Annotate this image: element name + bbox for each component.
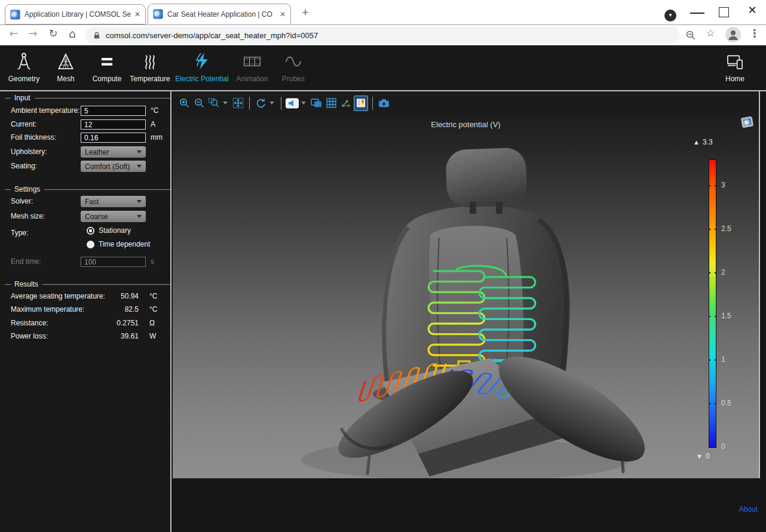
browser-navbar: ← → ↻ ⌂ comsol.com/server-demo/app/car_s… (0, 25, 766, 45)
result-label: Maximum temperature: (11, 305, 84, 313)
app-ribbon: Geometry Mesh Compute (0, 45, 766, 91)
ribbon-label: Temperature (130, 75, 170, 83)
scene-settings-button[interactable] (309, 96, 323, 111)
ribbon-button-home[interactable]: Home (702, 51, 766, 84)
field-label: Seating: (11, 162, 37, 170)
color-legend-button[interactable] (354, 96, 368, 111)
tab-close-icon[interactable]: ✕ (280, 10, 286, 19)
seating-dropdown[interactable]: Comfort (Soft) (81, 161, 146, 172)
browser-tab-application-library[interactable]: Application Library | COMSOL Se ✕ (5, 4, 146, 24)
chevron-down-icon (137, 200, 142, 203)
solver-dropdown[interactable]: Fast (81, 196, 146, 207)
group-title-settings: Settings (5, 185, 170, 193)
tab-search-button[interactable]: ▼ (664, 10, 676, 21)
car-seat-3d-render (173, 115, 759, 478)
radio-label: Stationary (99, 226, 131, 235)
reset-view-button[interactable] (253, 96, 268, 111)
address-bar[interactable]: comsol.com/server-demo/app/car_seat_heat… (85, 27, 680, 44)
reload-icon[interactable]: ↻ (45, 27, 61, 39)
default-view-button[interactable] (285, 96, 299, 111)
chevron-down-icon[interactable] (269, 102, 274, 104)
chevron-down-icon[interactable] (301, 102, 306, 104)
colorbar-min-marker: ▼0 (696, 452, 710, 460)
toolbar-separator (372, 97, 373, 110)
result-value: 50.94 (81, 292, 139, 300)
foil-thickness-input[interactable] (81, 133, 146, 143)
bookmark-star-icon[interactable]: ☆ (703, 27, 718, 39)
chevron-down-icon (137, 215, 142, 218)
radio-time-dependent[interactable]: Time dependent (87, 240, 150, 248)
plot-title: Electric potential (V) (173, 120, 759, 129)
result-value: 39.61 (81, 332, 139, 340)
dropdown-value: Fast (85, 198, 99, 206)
upholstery-dropdown[interactable]: Leather (81, 146, 146, 158)
browser-menu-icon[interactable]: ⋮ (747, 27, 762, 39)
browser-tab-car-seat-heater[interactable]: Car Seat Heater Application | CO ✕ (148, 4, 291, 24)
home-devices-icon (702, 51, 766, 73)
tab-title: Application Library | COMSOL Se (24, 10, 131, 19)
field-label: Upholstery: (11, 147, 47, 156)
field-unit: °C (151, 106, 158, 115)
zoom-level-icon[interactable] (683, 30, 698, 41)
ribbon-label: Home (725, 75, 744, 83)
home-icon[interactable]: ⌂ (65, 27, 80, 40)
url-text: comsol.com/server-demo/app/car_seat_heat… (106, 31, 318, 40)
ambient-temperature-input[interactable] (81, 106, 146, 116)
result-unit: Ω (149, 319, 155, 327)
result-label: Resistance: (11, 319, 48, 327)
forward-icon[interactable]: → (25, 27, 41, 39)
person-icon (725, 27, 741, 42)
browser-window: Application Library | COMSOL Se ✕ Car Se… (0, 0, 766, 532)
group-title-input: Input (5, 94, 170, 102)
tab-title: Car Seat Heater Application | CO (167, 10, 276, 19)
about-link[interactable]: About (739, 505, 758, 513)
profile-avatar[interactable] (725, 27, 741, 42)
zoom-box-button[interactable] (207, 96, 221, 111)
graphics-area: Electric potential (V) ▲3.3 3 2.5 2 1.5 … (173, 91, 760, 478)
current-input[interactable] (81, 119, 146, 130)
dropdown-value: Coarse (85, 213, 108, 221)
field-unit: A (151, 120, 155, 128)
field-unit: s (151, 257, 154, 266)
group-title-results: Results (5, 280, 170, 288)
ribbon-label: Probes (282, 75, 305, 83)
comsol-app: Geometry Mesh Compute (0, 45, 766, 532)
back-icon[interactable]: ← (6, 27, 22, 39)
tab-close-icon[interactable]: ✕ (134, 10, 140, 19)
field-label: End time: (11, 257, 41, 266)
zoom-in-button[interactable] (177, 96, 191, 111)
triangle-up-icon: ▲ (693, 139, 700, 146)
new-tab-button[interactable]: + (298, 5, 312, 20)
lock-icon (93, 30, 101, 40)
colorbar (709, 159, 716, 448)
window-maximize-button[interactable] (719, 7, 729, 17)
settings-sidebar: Input Ambient temperature: °C Current: A… (0, 91, 171, 532)
field-label: Solver: (11, 197, 33, 205)
zoom-out-button[interactable] (192, 96, 206, 111)
field-label: Mesh size: (11, 212, 45, 220)
ribbon-button-probes: Probes (261, 51, 326, 84)
window-minimize-button[interactable] (690, 6, 704, 14)
triangle-down-icon: ▼ (696, 453, 703, 460)
zoom-extents-button[interactable] (231, 96, 245, 111)
graphics-toolbar (173, 91, 759, 115)
window-close-button[interactable]: ✕ (745, 4, 759, 17)
toolbar-separator (281, 97, 281, 110)
screenshot-camera-button[interactable] (376, 96, 391, 111)
end-time-input (81, 257, 146, 267)
colorbar-max-marker: ▲3.3 (693, 138, 713, 146)
grid-button[interactable] (324, 96, 338, 111)
radio-selected-icon (87, 227, 94, 235)
comsol-favicon-icon (10, 10, 20, 20)
comsol-favicon-icon (153, 9, 163, 19)
axes-orientation-button[interactable] (339, 96, 353, 111)
mesh-size-dropdown[interactable]: Coarse (81, 211, 146, 222)
toolbar-separator (249, 97, 250, 110)
field-unit: mm (151, 133, 163, 142)
chevron-down-icon (137, 165, 142, 168)
sine-wave-icon (261, 51, 326, 73)
radio-stationary[interactable]: Stationary (87, 226, 131, 235)
chevron-down-icon[interactable] (223, 102, 228, 104)
plot-canvas[interactable]: Electric potential (V) ▲3.3 3 2.5 2 1.5 … (173, 115, 759, 478)
result-value: 0.2751 (81, 319, 139, 327)
